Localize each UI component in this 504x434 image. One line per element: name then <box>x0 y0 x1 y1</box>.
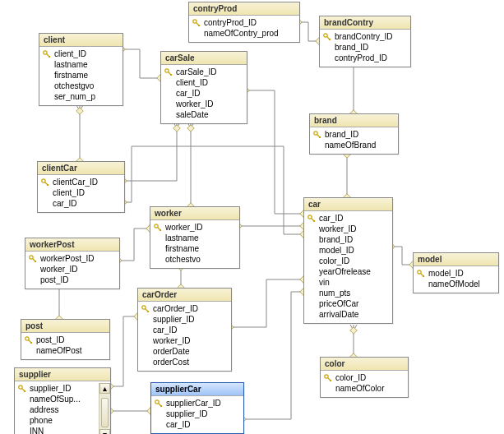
column-icon <box>43 72 51 80</box>
table-contryProd[interactable]: contryProdcontryProd_IDnameOfContry_prod <box>188 2 300 43</box>
table-brandContry[interactable]: brandContrybrandContry_IDbrand_IDcontryP… <box>319 16 411 67</box>
column[interactable]: client_ID <box>164 77 243 88</box>
column[interactable]: saleDate <box>164 109 243 120</box>
column[interactable]: nameOfBrand <box>313 140 395 150</box>
svg-line-10 <box>80 105 83 111</box>
column[interactable]: car_ID <box>141 325 228 335</box>
column[interactable]: worker_ID <box>164 99 243 109</box>
column[interactable]: worker_ID <box>154 222 236 233</box>
column[interactable]: num_pts <box>307 288 389 298</box>
column[interactable]: worker_ID <box>141 335 228 346</box>
table-header[interactable]: supplier <box>15 368 110 381</box>
table-clientCar[interactable]: clientCarclientCar_IDclient_IDcar_ID <box>37 161 125 213</box>
column[interactable]: contryProd_ID <box>192 17 296 28</box>
scroll-thumb[interactable] <box>101 398 109 427</box>
column[interactable]: car_ID <box>155 419 240 430</box>
table-header[interactable]: contryProd <box>189 2 299 16</box>
column[interactable]: otchestgvo <box>43 81 119 91</box>
table-carOrder[interactable]: carOrdercarOrder_IDsupplier_IDcar_IDwork… <box>137 288 232 372</box>
table-post[interactable]: postpost_IDnameOfPost <box>21 319 110 360</box>
column[interactable]: nameOfModel <box>417 279 495 289</box>
column-name: yearOfrelease <box>319 267 371 276</box>
column-icon <box>43 82 51 90</box>
scroll-up-icon[interactable]: ▴ <box>99 383 110 394</box>
column[interactable]: arrivalDate <box>307 309 389 320</box>
column[interactable]: client_ID <box>43 48 119 59</box>
table-brand[interactable]: brandbrand_IDnameOfBrand <box>309 113 399 155</box>
table-header[interactable]: supplierCar <box>151 383 243 396</box>
table-header[interactable]: clientCar <box>38 162 124 175</box>
table-header[interactable]: model <box>414 253 498 266</box>
table-car[interactable]: carcar_IDworker_IDbrand_IDmodel_IDcolor_… <box>303 197 393 324</box>
column[interactable]: worker_ID <box>29 264 116 275</box>
column[interactable]: model_ID <box>307 245 389 256</box>
column[interactable]: orderDate <box>141 346 228 357</box>
column[interactable]: car_ID <box>307 213 389 224</box>
column[interactable]: nameOfPost <box>25 345 106 356</box>
column[interactable]: nameOfColor <box>324 383 405 394</box>
table-header[interactable]: carSale <box>161 52 247 65</box>
column[interactable]: supplier_ID <box>155 409 240 419</box>
primary-key-icon <box>323 33 331 41</box>
table-header[interactable]: brand <box>310 114 398 127</box>
column[interactable]: worker_ID <box>307 224 389 234</box>
column[interactable]: color_ID <box>307 256 389 266</box>
column[interactable]: vin <box>307 277 389 288</box>
table-header[interactable]: post <box>21 320 109 333</box>
column[interactable]: lastname <box>154 233 236 243</box>
column[interactable]: supplier_ID <box>141 314 228 325</box>
column[interactable]: brand_ID <box>323 42 407 53</box>
column[interactable]: firstname <box>43 70 119 81</box>
column[interactable]: ser_num_p <box>43 91 119 102</box>
column[interactable]: orderCost <box>141 357 228 367</box>
column[interactable]: clientCar_ID <box>41 177 121 187</box>
table-header[interactable]: workerPost <box>25 238 119 252</box>
table-worker[interactable]: workerworker_IDlastnamefirstnameotchestv… <box>150 206 240 269</box>
scrollbar[interactable]: ▴▾ <box>99 383 110 434</box>
column[interactable]: carOrder_ID <box>141 303 228 314</box>
table-color[interactable]: colorcolor_IDnameOfColor <box>320 357 409 398</box>
column[interactable]: post_ID <box>25 335 106 345</box>
table-carSale[interactable]: carSalecarSale_IDclient_IDcar_IDworker_I… <box>160 51 247 124</box>
table-supplier[interactable]: suppliersupplier_IDnameOfSup...addressph… <box>14 367 111 434</box>
column[interactable]: brand_ID <box>307 234 389 245</box>
column[interactable]: color_ID <box>324 372 405 383</box>
table-client[interactable]: clientclient_IDlastnamefirstnameotchestg… <box>39 33 123 106</box>
column[interactable]: workerPost_ID <box>29 253 116 264</box>
table-header[interactable]: client <box>39 34 123 47</box>
table-model[interactable]: modelmodel_IDnameOfModel <box>413 252 499 293</box>
column-icon <box>18 417 26 425</box>
table-header[interactable]: color <box>321 358 408 371</box>
column[interactable]: supplier_ID <box>18 383 107 394</box>
column[interactable]: priceOfCar <box>307 298 389 309</box>
column[interactable]: model_ID <box>417 268 495 279</box>
column[interactable]: lastname <box>43 59 119 70</box>
column[interactable]: nameOfContry_prod <box>192 28 296 39</box>
column[interactable]: address <box>18 404 107 415</box>
table-supplierCar[interactable]: supplierCarsupplierCar_IDsupplier_IDcar_… <box>150 382 244 434</box>
column[interactable]: car_ID <box>164 88 243 99</box>
table-header[interactable]: brandContry <box>320 16 410 30</box>
column-icon <box>307 311 316 319</box>
column[interactable]: client_ID <box>41 187 121 198</box>
column[interactable]: brand_ID <box>313 129 395 140</box>
table-header[interactable]: car <box>304 198 392 211</box>
column[interactable]: nameOfSup... <box>18 394 107 404</box>
column[interactable]: INN <box>18 426 107 434</box>
column[interactable]: otchestvo <box>154 254 236 265</box>
column[interactable]: firstname <box>154 243 236 254</box>
column[interactable]: yearOfrelease <box>307 266 389 277</box>
table-workerPost[interactable]: workerPostworkerPost_IDworker_IDpost_ID <box>25 238 120 289</box>
column[interactable]: carSale_ID <box>164 67 243 77</box>
column[interactable]: post_ID <box>29 275 116 285</box>
table-header[interactable]: carOrder <box>138 289 231 302</box>
table-header[interactable]: worker <box>150 207 239 220</box>
column[interactable]: brandContry_ID <box>323 31 407 42</box>
column[interactable]: contryProd_ID <box>323 53 407 63</box>
column[interactable]: phone <box>18 415 107 426</box>
column[interactable]: car_ID <box>41 198 121 209</box>
column-icon <box>323 54 331 62</box>
relation-line <box>298 22 319 41</box>
column[interactable]: supplierCar_ID <box>155 398 240 409</box>
scroll-down-icon[interactable]: ▾ <box>99 429 110 434</box>
